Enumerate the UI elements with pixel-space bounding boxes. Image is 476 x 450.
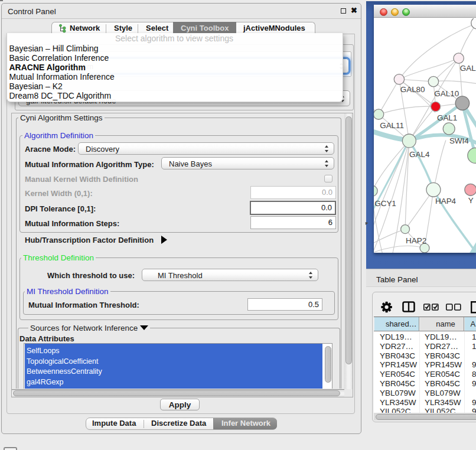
svg-text:SWI4: SWI4: [449, 136, 469, 145]
svg-text:GAL: GAL: [460, 64, 476, 73]
svg-text:GAL1: GAL1: [437, 113, 457, 122]
svg-text:HAP4: HAP4: [435, 197, 457, 206]
svg-text:HAP2: HAP2: [406, 236, 426, 245]
svg-text:Y: Y: [468, 196, 474, 205]
svg-text:GAL80: GAL80: [400, 85, 425, 94]
svg-text:GAL4: GAL4: [409, 150, 430, 159]
svg-text:GCY1: GCY1: [374, 199, 396, 208]
svg-text:GAL10: GAL10: [434, 89, 459, 98]
svg-text:GAL11: GAL11: [380, 121, 404, 130]
